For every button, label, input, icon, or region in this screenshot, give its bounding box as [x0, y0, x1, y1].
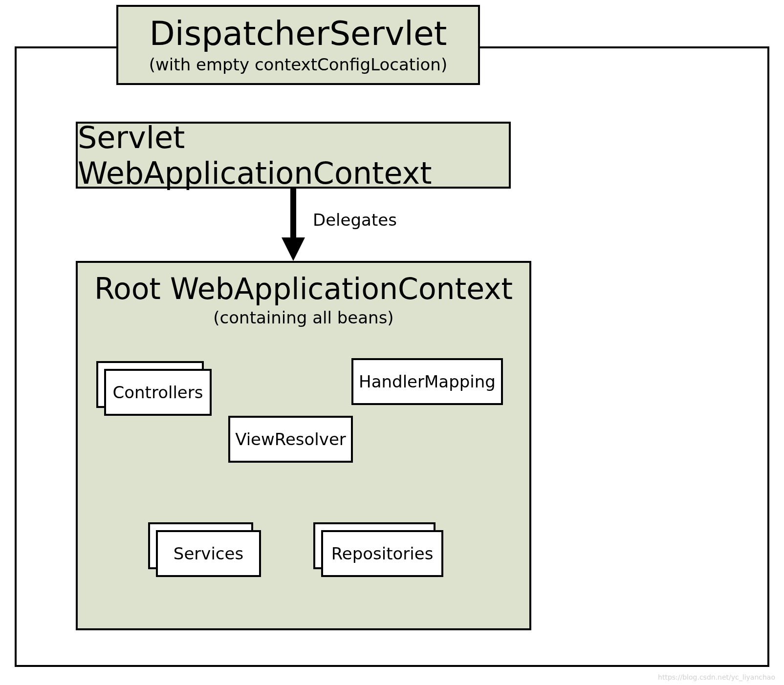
- watermark: https://blog.csdn.net/yc_liyanchao: [658, 673, 775, 681]
- controllers-box: Controllers: [104, 369, 212, 416]
- handler-mapping-label: HandlerMapping: [359, 372, 496, 391]
- dispatcher-subtitle: (with empty contextConfigLocation): [149, 55, 447, 74]
- root-context-title: Root WebApplicationContext: [78, 272, 529, 306]
- repositories-label: Repositories: [321, 530, 443, 577]
- root-context-subtitle: (containing all beans): [78, 308, 529, 327]
- services-box: Services: [156, 530, 261, 577]
- view-resolver-box: ViewResolver: [228, 416, 353, 463]
- dispatcher-servlet-box: DispatcherServlet (with empty contextCon…: [116, 5, 480, 85]
- services-label: Services: [156, 530, 261, 577]
- servlet-context-title: Servlet WebApplicationContext: [78, 120, 509, 191]
- delegates-arrow: [274, 189, 313, 261]
- dispatcher-title: DispatcherServlet: [149, 16, 447, 52]
- controllers-label: Controllers: [104, 369, 212, 416]
- delegates-label: Delegates: [313, 210, 397, 230]
- handler-mapping-box: HandlerMapping: [351, 358, 503, 405]
- root-context-box: Root WebApplicationContext (containing a…: [76, 261, 531, 630]
- servlet-context-box: Servlet WebApplicationContext: [76, 122, 511, 189]
- repositories-box: Repositories: [321, 530, 443, 577]
- view-resolver-label: ViewResolver: [235, 429, 346, 449]
- svg-marker-1: [282, 237, 305, 261]
